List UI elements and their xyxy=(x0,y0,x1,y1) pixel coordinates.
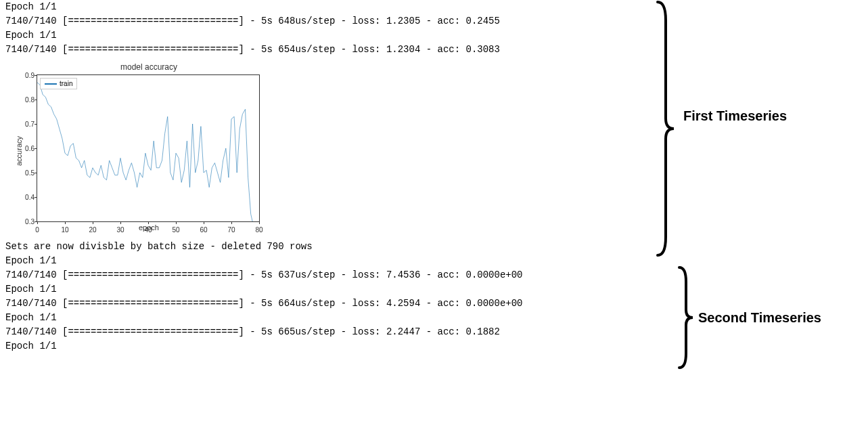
console-line: Epoch 1/1 xyxy=(0,282,868,297)
console-line: 7140/7140 [=============================… xyxy=(0,297,868,311)
x-tick: 60 xyxy=(200,226,207,234)
bracket-first xyxy=(656,0,677,257)
y-tick: 0.6 xyxy=(17,145,35,152)
plot-area: 0.9 0.8 0.7 0.6 0.5 0.4 0.3 0 10 20 30 4… xyxy=(37,74,260,222)
console-line: Epoch 1/1 xyxy=(0,0,868,14)
bracket-second xyxy=(678,265,695,370)
x-tick: 20 xyxy=(89,226,96,234)
y-tick: 0.4 xyxy=(17,193,35,200)
legend-label: train xyxy=(60,80,72,87)
y-tick: 0.3 xyxy=(17,218,35,225)
console-line: 7140/7140 [=============================… xyxy=(0,43,868,57)
console-line: Epoch 1/1 xyxy=(0,254,868,268)
accuracy-chart: model accuracy accuracy 0.9 0.8 0.7 0.6 … xyxy=(7,62,271,232)
x-tick: 70 xyxy=(227,226,235,234)
y-tick: 0.5 xyxy=(17,169,35,176)
y-tick: 0.8 xyxy=(17,95,35,103)
console-line: 7140/7140 [=============================… xyxy=(0,325,868,339)
chart-title: model accuracy xyxy=(7,62,271,72)
line-series xyxy=(37,75,259,221)
label-first-timeseries: First Timeseries xyxy=(683,108,787,124)
x-tick: 30 xyxy=(116,226,124,234)
x-tick: 40 xyxy=(144,226,152,234)
console-line: Epoch 1/1 xyxy=(0,28,868,43)
x-tick: 10 xyxy=(61,226,68,234)
x-tick: 80 xyxy=(255,226,262,234)
x-tick: 50 xyxy=(172,226,179,234)
y-tick: 0.9 xyxy=(17,72,35,79)
console-line: Epoch 1/1 xyxy=(0,339,868,353)
console-line: Sets are now divisble by batch size - de… xyxy=(0,240,868,254)
y-tick: 0.7 xyxy=(17,120,35,127)
label-second-timeseries: Second Timeseries xyxy=(698,310,821,326)
chart-legend: train xyxy=(40,78,77,89)
legend-swatch xyxy=(45,83,57,85)
console-line: 7140/7140 [=============================… xyxy=(0,268,868,282)
console-line: 7140/7140 [=============================… xyxy=(0,14,868,28)
x-tick: 0 xyxy=(35,226,39,234)
